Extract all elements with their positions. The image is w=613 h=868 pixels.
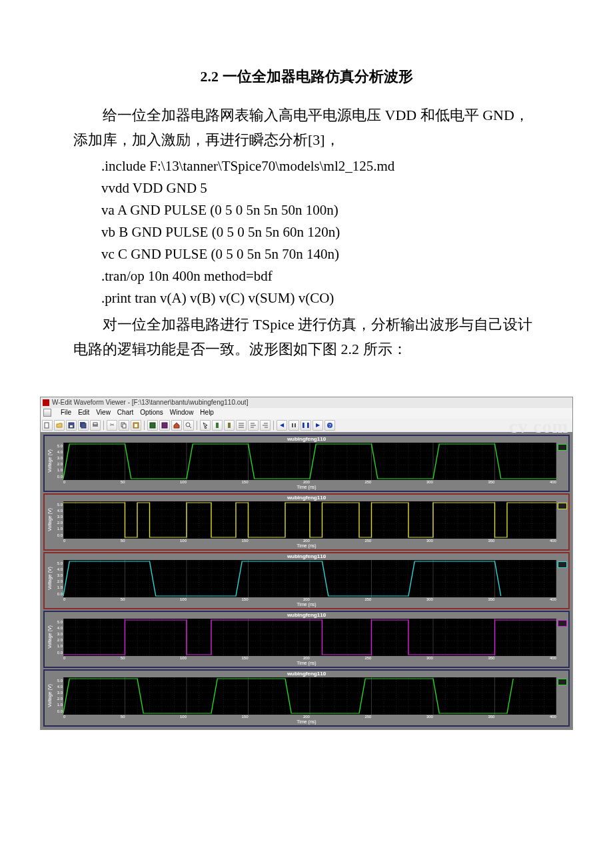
menu-help[interactable]: Help xyxy=(200,409,214,418)
help-icon[interactable]: ? xyxy=(324,420,335,431)
svg-rect-12 xyxy=(162,423,167,428)
y-axis-label: Voltage (V) xyxy=(45,501,54,539)
open-icon[interactable] xyxy=(54,420,65,431)
svg-rect-16 xyxy=(228,423,231,428)
marker-icon-2[interactable] xyxy=(224,420,235,431)
x-axis-label: Time (ns) xyxy=(45,543,568,549)
svg-rect-26 xyxy=(292,423,293,427)
wedit-window: W-Edit Waveform Viewer - [F:\13\tanner\b… xyxy=(40,397,573,730)
code-tran: .tran/op 10n 400n method=bdf xyxy=(73,268,540,285)
svg-line-14 xyxy=(189,426,191,428)
chart-block-4[interactable]: wubingfeng110Voltage (V)5.04.03.02.01.00… xyxy=(43,669,570,727)
y-axis-label: Voltage (V) xyxy=(45,677,54,715)
code-vvdd: vvdd VDD GND 5 xyxy=(73,180,540,197)
menu-window[interactable]: Window xyxy=(170,409,194,418)
svg-rect-2 xyxy=(70,425,73,427)
y-ticks: 5.04.03.02.01.00.0 xyxy=(54,677,63,715)
cut-icon[interactable]: ✂ xyxy=(107,420,117,431)
toolbar: ✂ ◀ ❚❚ ▶ ? cv com xyxy=(41,419,572,432)
print-icon[interactable] xyxy=(90,420,101,431)
chart-block-0[interactable]: wubingfeng110Voltage (V)5.04.03.02.01.00… xyxy=(43,435,570,492)
home-icon[interactable] xyxy=(171,420,182,431)
chart-title: wubingfeng110 xyxy=(45,671,568,677)
x-axis-label: Time (ns) xyxy=(45,719,568,725)
svg-rect-4 xyxy=(81,423,86,428)
next-icon[interactable]: ▶ xyxy=(312,420,323,431)
pause-icon[interactable]: ❚❚ xyxy=(301,420,311,431)
menu-chart[interactable]: Chart xyxy=(117,409,133,418)
svg-rect-8 xyxy=(123,424,126,428)
menu-edit[interactable]: Edit xyxy=(78,409,89,418)
save-icon[interactable] xyxy=(66,420,77,431)
code-vc: vc C GND PULSE (0 5 0 5n 5n 70n 140n) xyxy=(73,246,540,263)
code-include: .include F:\13\tanner\TSpice70\models\ml… xyxy=(73,158,540,175)
align-icon-2[interactable] xyxy=(248,420,259,431)
legend xyxy=(556,443,568,480)
y-ticks: 5.04.03.02.01.00.0 xyxy=(54,560,63,597)
code-print: .print tran v(A) v(B) v(C) v(SUM) v(CO) xyxy=(73,290,540,307)
y-axis-label: Voltage (V) xyxy=(45,443,54,480)
copy-icon[interactable] xyxy=(119,420,129,431)
plot-area[interactable] xyxy=(63,677,556,715)
chart-title: wubingfeng110 xyxy=(45,553,568,560)
chart-block-3[interactable]: wubingfeng110Voltage (V)5.04.03.02.01.00… xyxy=(43,611,570,668)
chart-title: wubingfeng110 xyxy=(45,612,568,619)
doc-icon xyxy=(43,409,51,417)
svg-rect-0 xyxy=(45,423,49,428)
x-axis-label: Time (ns) xyxy=(45,660,568,667)
charts-area: wubingfeng110Voltage (V)5.04.03.02.01.00… xyxy=(41,432,572,729)
menu-file[interactable]: File xyxy=(61,409,71,418)
legend xyxy=(556,619,568,656)
para-intro: 给一位全加器电路网表输入高电平电源电压 VDD 和低电平 GND，添加库，加入激… xyxy=(73,103,540,153)
window-titlebar: W-Edit Waveform Viewer - [F:\13\tanner\b… xyxy=(41,397,572,408)
paste-icon[interactable] xyxy=(131,420,141,431)
window-title: W-Edit Waveform Viewer - [F:\13\tanner\b… xyxy=(52,399,248,406)
svg-text:?: ? xyxy=(328,423,331,428)
x-axis-label: Time (ns) xyxy=(45,601,568,608)
align-icon-1[interactable] xyxy=(236,420,247,431)
svg-rect-11 xyxy=(150,423,155,428)
y-ticks: 5.04.03.02.01.00.0 xyxy=(54,501,63,539)
chart-title: wubingfeng110 xyxy=(45,495,568,501)
chart-block-1[interactable]: wubingfeng110Voltage (V)5.04.03.02.01.00… xyxy=(43,493,570,551)
svg-rect-15 xyxy=(216,423,219,428)
chart-icon-2[interactable] xyxy=(159,420,170,431)
y-ticks: 5.04.03.02.01.00.0 xyxy=(54,443,63,480)
plot-area[interactable] xyxy=(63,443,556,480)
code-vb: vb B GND PULSE (0 5 0 5n 5n 60n 120n) xyxy=(73,224,540,241)
y-ticks: 5.04.03.02.01.00.0 xyxy=(54,619,63,656)
menu-view[interactable]: View xyxy=(96,409,111,418)
plot-area[interactable] xyxy=(63,501,556,539)
para-outro: 对一位全加器电路进行 TSpice 进行仿真，分析输出波形与自己设计电路的逻辑功… xyxy=(73,312,540,362)
code-va: va A GND PULSE (0 5 0 5n 5n 50n 100n) xyxy=(73,202,540,219)
zoom-icon[interactable] xyxy=(183,420,194,431)
stop-icon[interactable] xyxy=(289,420,299,431)
x-axis-label: Time (ns) xyxy=(45,484,568,491)
chart-icon-1[interactable] xyxy=(147,420,158,431)
prev-icon[interactable]: ◀ xyxy=(277,420,287,431)
menu-options[interactable]: Options xyxy=(140,409,163,418)
y-axis-label: Voltage (V) xyxy=(45,560,54,597)
legend xyxy=(556,677,568,715)
plot-area[interactable] xyxy=(63,560,556,597)
menubar: File Edit View Chart Options Window Help xyxy=(41,408,572,419)
plot-area[interactable] xyxy=(63,619,556,656)
section-title: 2.2 一位全加器电路仿真分析波形 xyxy=(73,67,540,87)
new-icon[interactable] xyxy=(42,420,53,431)
align-icon-3[interactable] xyxy=(260,420,271,431)
save-all-icon[interactable] xyxy=(78,420,89,431)
app-icon xyxy=(43,399,49,406)
legend xyxy=(556,560,568,597)
chart-title: wubingfeng110 xyxy=(45,436,568,443)
svg-rect-27 xyxy=(295,423,296,427)
y-axis-label: Voltage (V) xyxy=(45,619,54,656)
cursor-icon[interactable] xyxy=(200,420,211,431)
svg-rect-6 xyxy=(93,423,97,425)
legend xyxy=(556,501,568,539)
svg-rect-10 xyxy=(135,424,137,427)
marker-icon-1[interactable] xyxy=(212,420,223,431)
chart-block-2[interactable]: wubingfeng110Voltage (V)5.04.03.02.01.00… xyxy=(43,552,570,609)
